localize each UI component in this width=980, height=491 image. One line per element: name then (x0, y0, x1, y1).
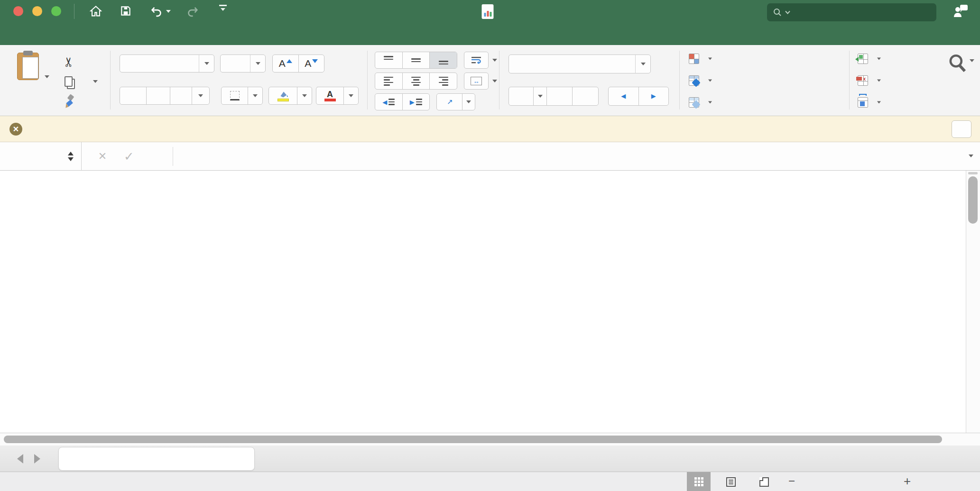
decrease-indent-button[interactable]: ◀ (375, 94, 403, 110)
indent-group: ◀ ▶ (375, 93, 430, 110)
font-grow-shrink-group: A A (272, 55, 324, 73)
contact-icon[interactable] (952, 4, 969, 21)
page-layout-view-icon (726, 477, 736, 487)
format-cells-caret[interactable] (877, 101, 881, 104)
align-left-button[interactable] (375, 73, 403, 89)
vertical-scrollbar-thumb[interactable] (968, 176, 978, 224)
copy-icon[interactable] (65, 76, 73, 87)
vertical-scrollbar[interactable] (966, 171, 980, 433)
editing-caret[interactable] (970, 59, 974, 62)
divider (173, 147, 173, 166)
zoom-in-button[interactable]: + (904, 474, 911, 489)
align-bottom-button[interactable] (430, 52, 457, 68)
redo-button[interactable] (186, 5, 199, 18)
bold-button[interactable] (120, 87, 147, 104)
home-icon[interactable] (89, 5, 102, 18)
font-size-caret[interactable] (250, 55, 265, 72)
workbook-icon (482, 4, 494, 19)
format-as-table-caret[interactable] (708, 80, 712, 82)
increase-decimal-button[interactable]: ▶ (639, 87, 669, 105)
paste-dropdown-caret[interactable] (45, 75, 49, 78)
toolbar-options-icon[interactable] (219, 5, 227, 11)
normal-view-button[interactable] (687, 472, 711, 491)
merge-cells-button[interactable]: ↔ (464, 73, 497, 90)
save-as-button[interactable] (952, 120, 971, 138)
number-format-caret[interactable] (635, 55, 650, 73)
borders-button[interactable] (221, 87, 263, 105)
editing-button[interactable] (947, 53, 968, 76)
search-input[interactable] (767, 3, 936, 21)
align-middle-button[interactable] (403, 52, 430, 68)
bold-italic-underline-group (120, 87, 210, 105)
format-cells-button[interactable] (858, 97, 881, 108)
fill-color-caret[interactable] (297, 87, 312, 104)
wrap-text-caret[interactable] (492, 59, 497, 62)
copy-dropdown-caret[interactable] (93, 80, 98, 83)
font-color-button[interactable]: A (316, 87, 359, 105)
paste-clipboard-icon (17, 53, 39, 80)
currency-caret[interactable] (534, 87, 547, 105)
warning-close-icon[interactable]: ✕ (9, 123, 22, 136)
cell-styles-caret[interactable] (708, 101, 712, 104)
align-top-button[interactable] (375, 52, 403, 68)
search-scope-caret[interactable] (785, 10, 790, 14)
increase-indent-button[interactable]: ▶ (403, 94, 430, 110)
horizontal-scrollbar-thumb[interactable] (4, 436, 942, 443)
orientation-caret[interactable] (462, 94, 475, 110)
orientation-button[interactable]: ↗ (436, 93, 475, 110)
page-layout-view-button[interactable] (719, 472, 743, 491)
close-window-button[interactable] (13, 6, 23, 16)
format-painter-icon[interactable] (63, 94, 77, 110)
percent-button[interactable] (547, 87, 573, 105)
font-color-caret[interactable] (344, 87, 358, 104)
font-name-caret[interactable] (199, 55, 214, 72)
increase-font-size-button[interactable]: A (273, 55, 299, 72)
fill-color-button[interactable] (268, 87, 312, 105)
scrollbar-split-handle[interactable] (968, 172, 978, 174)
zoom-out-button[interactable]: − (788, 474, 795, 488)
decrease-font-size-button[interactable]: A (299, 55, 324, 72)
align-right-button[interactable] (430, 73, 457, 89)
confirm-entry-icon[interactable]: ✓ (120, 142, 139, 171)
currency-button[interactable] (509, 87, 534, 105)
insert-cells-button[interactable] (858, 54, 881, 64)
name-box[interactable] (0, 142, 82, 171)
next-sheet-icon[interactable] (34, 454, 40, 464)
delete-cells-button[interactable]: x (858, 75, 881, 86)
wrap-text-icon (471, 55, 482, 65)
format-as-table-button[interactable] (689, 75, 712, 86)
minimize-window-button[interactable] (32, 6, 42, 16)
wrap-text-button[interactable] (464, 52, 497, 69)
name-box-stepper[interactable] (68, 152, 81, 161)
page-break-view-button[interactable] (752, 472, 776, 491)
delete-cells-caret[interactable] (877, 80, 881, 82)
merge-cells-caret[interactable] (492, 80, 497, 82)
cancel-entry-icon[interactable]: ✕ (93, 142, 112, 171)
decrease-decimal-button[interactable]: ◀ (609, 87, 639, 105)
sheet-tab-active[interactable] (58, 447, 255, 471)
font-name-combobox[interactable] (120, 55, 214, 73)
undo-button[interactable] (150, 5, 171, 18)
ribbon-tabs (0, 23, 12, 45)
cell-styles-button[interactable] (689, 97, 712, 108)
font-size-combobox[interactable] (220, 55, 266, 73)
insert-function-icon[interactable] (148, 142, 167, 171)
save-icon[interactable] (120, 5, 132, 17)
paste-button[interactable] (12, 51, 55, 103)
align-center-button[interactable] (403, 73, 430, 89)
zoom-window-button[interactable] (51, 6, 61, 16)
borders-dropdown-caret[interactable] (248, 87, 262, 104)
underline-dropdown-caret[interactable] (192, 87, 209, 104)
conditional-formatting-caret[interactable] (708, 58, 712, 60)
cut-icon[interactable]: ✂ (61, 57, 76, 68)
formula-bar-expand-caret[interactable] (969, 155, 973, 157)
previous-sheet-icon[interactable] (17, 454, 23, 464)
conditional-formatting-button[interactable] (689, 54, 712, 64)
number-format-combobox[interactable] (508, 55, 651, 73)
italic-button[interactable] (147, 87, 170, 104)
horizontal-scrollbar[interactable] (0, 433, 980, 446)
insert-cells-caret[interactable] (877, 58, 881, 60)
undo-dropdown-caret[interactable] (166, 10, 171, 13)
underline-button[interactable] (170, 87, 192, 104)
comma-style-button[interactable] (573, 87, 598, 105)
